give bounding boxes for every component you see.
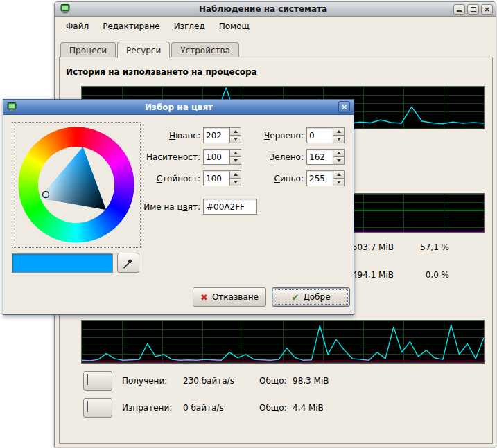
red-spinner[interactable] — [306, 127, 345, 143]
received-total-value: 98,3 MiB — [293, 376, 329, 386]
window-title: Наблюдение на системата — [73, 4, 453, 14]
swap-used-value: 494,1 MiB — [351, 270, 394, 280]
network-sent-row: Изпратени: 0 байта/s Общо: 4,4 MiB — [83, 398, 324, 418]
blue-input[interactable] — [306, 170, 333, 186]
cpu-history-heading: История на използването на процесора — [66, 67, 257, 77]
value-spin-down[interactable] — [229, 179, 241, 186]
arrow-down-icon — [234, 181, 238, 183]
received-label: Получени: — [122, 376, 183, 386]
red-input[interactable] — [306, 127, 333, 143]
blue-spin-down[interactable] — [333, 179, 345, 186]
saturation-input[interactable] — [203, 149, 229, 165]
hue-spin-down[interactable] — [229, 136, 241, 143]
menu-view[interactable]: Изглед — [168, 19, 211, 33]
color-preview — [12, 253, 113, 273]
system-monitor-icon — [60, 4, 70, 14]
menu-edit[interactable]: Редактиране — [97, 19, 166, 33]
ok-check-icon: ✔ — [291, 292, 299, 303]
green-spin-down[interactable] — [333, 157, 345, 165]
color-wheel[interactable] — [12, 122, 141, 248]
close-icon: × — [484, 6, 490, 12]
dialog-close-button[interactable]: × — [338, 101, 350, 113]
value-spinner[interactable] — [203, 170, 241, 186]
maximize-button[interactable] — [467, 4, 479, 15]
hue-field: Нюанс: — [141, 127, 241, 143]
maximize-icon — [471, 7, 476, 12]
value-input[interactable] — [203, 170, 229, 186]
menu-file[interactable]: Файл — [60, 19, 94, 33]
green-spinner[interactable] — [306, 149, 345, 165]
titlebar[interactable]: Наблюдение на системата × — [55, 2, 496, 17]
hue-spinner[interactable] — [203, 127, 241, 143]
cancel-x-icon: ✖ — [200, 292, 208, 303]
green-field: Зелено: — [247, 149, 345, 165]
saturation-spin-up[interactable] — [229, 149, 241, 157]
memory-used-percent: 57,1 % — [410, 242, 449, 252]
arrow-down-icon — [337, 159, 341, 162]
arrow-down-icon — [337, 138, 341, 141]
red-spin-down[interactable] — [333, 136, 345, 143]
value-field: Стойност: — [141, 170, 241, 186]
saturation-spin-down[interactable] — [229, 157, 241, 165]
color-picker-dialog: Избор на цвят × — [3, 99, 354, 315]
tab-resources[interactable]: Ресурси — [117, 42, 170, 58]
eyedropper-button[interactable] — [117, 253, 139, 273]
close-button[interactable]: × — [481, 4, 493, 15]
blue-field: Синьо: — [247, 170, 345, 186]
blue-spin-up[interactable] — [333, 170, 345, 179]
network-history-chart — [81, 320, 485, 364]
network-received-row: Получени: 230 байта/s Общо: 98,3 MiB — [83, 371, 329, 391]
arrow-up-icon — [234, 152, 238, 154]
memory-used-value: 503,7 MiB — [351, 242, 394, 252]
sent-label: Изпратени: — [122, 403, 183, 413]
sent-color-swatch — [87, 401, 88, 412]
arrow-down-icon — [234, 159, 238, 162]
minimize-button[interactable] — [453, 4, 465, 15]
blue-spinner[interactable] — [306, 170, 345, 186]
arrow-up-icon — [337, 130, 341, 133]
minimize-icon — [457, 10, 462, 12]
received-total-label: Общо: — [259, 376, 293, 386]
eyedropper-icon — [123, 258, 134, 269]
hue-input[interactable] — [203, 127, 229, 143]
menu-help[interactable]: Помощ — [213, 19, 255, 33]
sent-color-button[interactable] — [83, 398, 112, 418]
menubar: Файл Редактиране Изглед Помощ — [60, 19, 255, 34]
color-name-field: Име на цвят: — [131, 199, 257, 215]
arrow-down-icon — [337, 181, 341, 183]
saturation-spinner[interactable] — [203, 149, 241, 165]
tab-bar: Процеси Ресурси Устройства — [60, 41, 241, 57]
arrow-up-icon — [337, 173, 341, 176]
cancel-button[interactable]: ✖ Отказване — [193, 287, 266, 307]
sent-total-label: Общо: — [259, 403, 293, 413]
saturation-value-triangle[interactable] — [18, 127, 134, 243]
arrow-up-icon — [234, 130, 238, 133]
dialog-icon — [7, 102, 17, 112]
green-spin-up[interactable] — [333, 149, 345, 157]
dialog-title: Избор на цвят — [19, 102, 338, 112]
arrow-up-icon — [234, 173, 238, 176]
value-spin-up[interactable] — [229, 170, 241, 179]
dialog-titlebar[interactable]: Избор на цвят × — [3, 100, 354, 115]
red-field: Червено: — [247, 127, 345, 143]
arrow-up-icon — [337, 152, 341, 154]
received-color-button[interactable] — [83, 371, 112, 391]
green-input[interactable] — [306, 149, 333, 165]
ok-button[interactable]: ✔ Добре — [272, 287, 350, 307]
sent-total-value: 4,4 MiB — [293, 403, 324, 413]
red-spin-up[interactable] — [333, 127, 345, 136]
hue-spin-up[interactable] — [229, 127, 241, 136]
received-rate: 230 байта/s — [183, 376, 259, 386]
dialog-buttons: ✖ Отказване ✔ Добре — [3, 287, 347, 307]
received-color-swatch — [87, 374, 88, 385]
swap-used-percent: 0,0 % — [410, 270, 449, 280]
arrow-down-icon — [234, 138, 238, 141]
sent-rate: 0 байта/s — [183, 403, 259, 413]
color-name-input[interactable] — [203, 199, 257, 215]
saturation-field: Наситеност: — [141, 149, 241, 165]
